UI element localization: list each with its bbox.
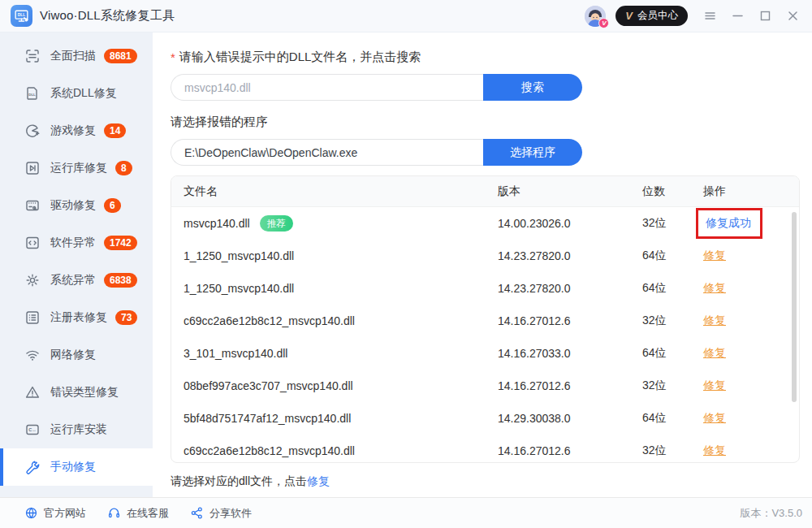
menu-icon[interactable] xyxy=(704,10,716,22)
table-header: 文件名 版本 位数 操作 xyxy=(171,176,799,207)
sidebar-item-manual-repair[interactable]: 手动修复 xyxy=(0,448,153,486)
select-program-button[interactable]: 选择程序 xyxy=(483,139,582,166)
table-row[interactable]: 08bef997ace3c707_msvcp140.dll 14.16.2701… xyxy=(171,370,799,402)
dll-version: 14.23.27820.0 xyxy=(498,249,642,262)
table-row[interactable]: 1_1250_msvcp140.dll 14.23.27820.0 64位 修复 xyxy=(171,240,799,272)
header-action: 操作 xyxy=(703,184,799,199)
dll-bits: 64位 xyxy=(642,281,703,296)
repair-link[interactable]: 修复 xyxy=(703,281,726,294)
sidebar-item-label: 全面扫描 xyxy=(50,49,96,63)
table-row[interactable]: msvcp140.dll 推荐 14.00.23026.0 32位 修复成功 xyxy=(171,207,799,240)
sidebar-item-network-repair[interactable]: 网络修复 xyxy=(0,336,153,374)
dll-bits: 32位 xyxy=(642,379,703,393)
repair-link[interactable]: 修复 xyxy=(703,444,726,457)
repair-link[interactable]: 修复 xyxy=(703,314,726,327)
dll-search-input[interactable] xyxy=(171,74,483,101)
wifi-icon xyxy=(24,347,41,363)
close-icon[interactable] xyxy=(787,10,799,22)
minimize-icon[interactable] xyxy=(732,10,744,22)
sidebar-item-system-dll-repair[interactable]: DLL 系统DLL修复 xyxy=(0,75,153,112)
count-badge: 1742 xyxy=(104,236,137,250)
driver-icon xyxy=(24,197,41,214)
dll-filename: 08bef997ace3c707_msvcp140.dll xyxy=(184,379,353,392)
sidebar-item-label: 运行库修复 xyxy=(50,161,107,175)
search-field-label: * 请输入错误提示中的DLL文件名，并点击搜索 xyxy=(171,50,812,64)
sidebar-item-label: 系统DLL修复 xyxy=(50,86,117,101)
sidebar-item-label: 软件异常 xyxy=(50,236,96,250)
sidebar-item-label: 驱动修复 xyxy=(50,198,96,213)
vip-v-icon: V xyxy=(625,10,633,22)
official-website-link[interactable]: 官方网站 xyxy=(24,506,86,521)
dll-file-icon: DLL xyxy=(24,85,41,102)
program-field-label: 请选择报错的程序 xyxy=(171,115,812,129)
table-row[interactable]: 1_1250_msvcp140.dll 14.23.27820.0 64位 修复 xyxy=(171,272,799,305)
member-center-button[interactable]: V 会员中心 xyxy=(615,6,688,26)
sidebar-item-system-error[interactable]: 系统异常 6838 xyxy=(0,262,153,299)
search-button[interactable]: 搜索 xyxy=(483,74,582,101)
sidebar-item-game-repair[interactable]: 游戏修复 14 xyxy=(0,112,153,149)
dll-bits: 32位 xyxy=(642,314,703,328)
repair-link[interactable]: 修复 xyxy=(703,249,726,262)
dll-filename: c69cc2a6e12b8c12_msvcp140.dll xyxy=(184,444,355,457)
footer-link-label: 分享软件 xyxy=(209,506,252,521)
titlebar-right: V V 会员中心 xyxy=(585,6,799,27)
dll-bits: 32位 xyxy=(642,444,703,458)
repair-success-link[interactable]: 修复成功 xyxy=(706,216,751,229)
dll-version: 14.16.27012.6 xyxy=(498,444,642,457)
sidebar-item-registry-repair[interactable]: 注册表修复 73 xyxy=(0,299,153,336)
sidebar-item-driver-repair[interactable]: 驱动修复 6 xyxy=(0,187,153,224)
code-icon xyxy=(24,235,41,251)
footer-link-label: 在线客服 xyxy=(127,506,169,521)
dll-version: 14.16.27012.6 xyxy=(498,314,642,327)
dll-version: 14.00.23026.0 xyxy=(498,217,642,230)
share-software-link[interactable]: 分享软件 xyxy=(190,506,252,521)
sidebar-item-label: 网络修复 xyxy=(50,348,96,362)
dll-version: 14.23.27820.0 xyxy=(498,282,642,295)
header-filename: 文件名 xyxy=(184,184,498,199)
table-row[interactable]: 5bf48d751747af12_msvcp140.dll 14.29.3003… xyxy=(171,402,799,435)
annotation-red-box: 修复成功 xyxy=(696,208,762,239)
maximize-icon[interactable] xyxy=(759,10,771,22)
vip-badge-icon: V xyxy=(598,18,609,28)
dll-version: 14.16.27012.6 xyxy=(498,379,642,392)
sidebar-item-full-scan[interactable]: 全面扫描 8681 xyxy=(0,37,153,75)
program-row: 选择程序 xyxy=(171,139,582,166)
member-center-label: 会员中心 xyxy=(637,9,678,23)
scan-icon xyxy=(24,48,41,64)
sidebar-item-runtime-install[interactable]: C↔ 运行库安装 xyxy=(0,411,153,448)
required-mark: * xyxy=(171,50,175,64)
gear-icon xyxy=(24,272,41,288)
repair-link[interactable]: 修复 xyxy=(703,411,726,424)
count-badge: 8681 xyxy=(104,49,137,63)
sidebar-item-runtime-repair[interactable]: 运行库修复 8 xyxy=(0,149,153,187)
dll-version: 14.16.27033.0 xyxy=(498,347,642,360)
table-row[interactable]: 3_101_msvcp140.dll 14.16.27033.0 64位 修复 xyxy=(171,337,799,370)
header-version: 版本 xyxy=(498,184,642,199)
app-title: Viwoo·DLL系统修复工具 xyxy=(40,8,175,24)
table-row[interactable]: c69cc2a6e12b8c12_msvcp140.dll 14.16.2701… xyxy=(171,435,799,463)
repair-link[interactable]: 修复 xyxy=(703,379,726,392)
svg-text:DLL: DLL xyxy=(28,93,36,97)
cpp-runtime-icon: C↔ xyxy=(24,422,41,438)
user-avatar[interactable]: V xyxy=(585,6,606,27)
dll-results-table: 文件名 版本 位数 操作 msvcp140.dll 推荐 14.00.23026… xyxy=(171,175,800,463)
count-badge: 6 xyxy=(104,198,121,213)
hint-repair-link[interactable]: 修复 xyxy=(307,474,330,487)
warning-triangle-icon xyxy=(24,384,41,400)
dll-filename: msvcp140.dll xyxy=(184,217,250,230)
program-path-input[interactable] xyxy=(171,139,483,166)
sidebar-item-label: 系统异常 xyxy=(50,273,96,288)
count-badge: 14 xyxy=(104,123,126,138)
online-support-link[interactable]: 在线客服 xyxy=(107,506,169,521)
repair-link[interactable]: 修复 xyxy=(703,346,726,359)
headset-icon xyxy=(107,506,121,520)
window-controls xyxy=(704,10,799,22)
table-row[interactable]: c69cc2a6e12b8c12_msvcp140.dll 14.16.2701… xyxy=(171,305,799,337)
share-icon xyxy=(190,506,204,520)
count-badge: 73 xyxy=(115,310,137,325)
table-scrollbar[interactable] xyxy=(792,212,797,402)
sidebar-item-error-type-repair[interactable]: 错误类型修复 xyxy=(0,374,153,411)
sidebar-item-software-error[interactable]: 软件异常 1742 xyxy=(0,224,153,262)
version-label: 版本：V3.5.0 xyxy=(740,506,802,521)
titlebar: DLL Viwoo·DLL系统修复工具 V V 会员中心 xyxy=(0,0,812,32)
